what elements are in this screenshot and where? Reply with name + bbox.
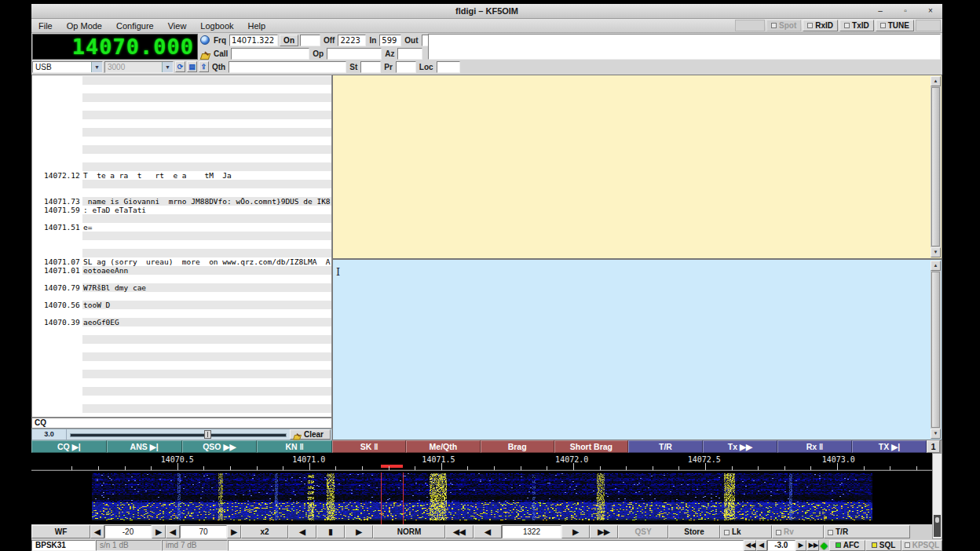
tune-toggle[interactable]: TUNE [876, 20, 914, 31]
rx-scrollbar[interactable]: ▲ ▼ [931, 76, 941, 257]
ampspan-decrease-icon[interactable]: ◀ [90, 525, 104, 538]
browser-row[interactable] [32, 370, 331, 378]
browser-row[interactable] [32, 240, 331, 249]
rx-scrollbar-handle[interactable] [931, 87, 940, 246]
macro-button-qso[interactable]: QSO ▶▶ [182, 440, 258, 453]
browser-row[interactable]: 14072.12T te a ra t rt e a tM Ja [32, 171, 331, 180]
waterfall[interactable]: 14070.514071.014071.514072.014072.514073… [31, 453, 942, 524]
browser-row[interactable]: 14071.51e= [32, 223, 331, 232]
browser-row[interactable] [32, 188, 331, 197]
rx-text-panel[interactable]: ▲ ▼ [332, 75, 942, 259]
scroll-down-icon[interactable]: ▼ [931, 429, 941, 439]
wf-mode-button[interactable]: WF [31, 525, 90, 538]
browser-row[interactable] [32, 128, 331, 137]
browser-row[interactable] [32, 361, 331, 370]
qth-input[interactable] [229, 61, 346, 73]
loc-input[interactable] [437, 61, 460, 73]
call-input[interactable] [231, 48, 309, 60]
browser-row[interactable] [32, 292, 331, 301]
save-qso-icon[interactable]: ⇪ [199, 61, 209, 72]
browser-row[interactable] [32, 76, 331, 85]
waterfall-scrollbar[interactable] [932, 453, 942, 539]
browser-row[interactable] [32, 137, 331, 145]
macro-page-button[interactable]: 1 [927, 440, 940, 453]
browser-row[interactable] [32, 85, 331, 93]
reflevel-decrease-icon[interactable]: ◀ [166, 525, 180, 538]
browser-row[interactable] [32, 275, 331, 283]
tx-scrollbar[interactable]: ▲ ▼ [931, 261, 941, 439]
reverse-toggle[interactable]: Rv [772, 525, 824, 538]
logbook-icon[interactable]: ▤ [187, 61, 197, 72]
browser-row[interactable] [32, 111, 331, 119]
browser-row[interactable] [32, 344, 331, 352]
browser-row[interactable] [32, 309, 331, 318]
browser-row[interactable] [32, 387, 331, 396]
browser-row[interactable] [32, 180, 331, 188]
store-button[interactable]: Store [668, 525, 720, 538]
browser-row[interactable] [32, 378, 331, 387]
menu-item-file[interactable]: File [31, 20, 60, 31]
scroll-up-icon[interactable]: ▲ [931, 261, 941, 271]
sql-toggle[interactable]: SQL [865, 540, 901, 551]
menu-item-help[interactable]: Help [241, 20, 273, 31]
macro-button-t-r[interactable]: T/R [628, 440, 703, 453]
menu-item-configure[interactable]: Configure [109, 20, 161, 31]
browser-row[interactable] [32, 335, 331, 344]
menu-item-op-mode[interactable]: Op Mode [60, 20, 109, 31]
kpsql-toggle[interactable]: KPSQL [901, 540, 942, 551]
time-off-input[interactable] [338, 35, 366, 46]
menu-item-logbook[interactable]: Logbook [193, 20, 240, 31]
carrier-increase-icon[interactable]: ▶ [561, 525, 590, 538]
macro-button-tx[interactable]: Tx ▶▶ [703, 440, 777, 453]
browser-row[interactable] [32, 154, 331, 162]
afc-step-right-icon[interactable]: ▶ [795, 540, 806, 551]
macro-button-sk[interactable]: SK ‖ [332, 440, 406, 453]
clear-fields-button[interactable] [199, 48, 210, 59]
az-input[interactable] [397, 48, 422, 60]
squelch-slider[interactable] [70, 429, 287, 440]
afc-seek-left-icon[interactable]: ◀◀ [744, 540, 756, 551]
qrz-globe-button[interactable] [199, 35, 210, 46]
minimize-button[interactable]: – [873, 5, 887, 16]
seek-right-icon[interactable]: ▶▶ [590, 525, 618, 538]
spot-toggle[interactable]: Spot [766, 20, 801, 31]
maximize-button[interactable]: ▫ [898, 5, 912, 16]
slider-handle[interactable] [204, 430, 211, 439]
browser-search-field[interactable]: CQ [31, 418, 332, 429]
wf-speed-button[interactable]: NORM [373, 525, 445, 538]
macro-button-ans[interactable]: ANS ▶| [107, 440, 182, 453]
browser-row[interactable] [32, 162, 331, 171]
rst-in-input[interactable] [379, 35, 401, 46]
lock-toggle[interactable]: Lk [720, 525, 772, 538]
menu-item-view[interactable]: View [161, 20, 194, 31]
tx-scrollbar-handle[interactable] [931, 272, 940, 428]
browser-row[interactable]: 14071.07SL ag (sorry ureau) more on www.… [32, 257, 331, 266]
carrier-decrease-icon[interactable]: ◀ [474, 525, 502, 538]
frequency-display[interactable]: 14070.000 [32, 34, 198, 60]
browser-row[interactable]: 14071.01eotoaeeAnn [32, 266, 331, 275]
macro-button-tx[interactable]: TX ▶| [852, 440, 927, 453]
browser-row[interactable]: 14071.73 name is Giovanni mrno JM88DVfo:… [32, 197, 331, 206]
afc-step-left-icon[interactable]: ◀ [756, 540, 767, 551]
rxid-toggle[interactable]: RxID [803, 20, 838, 31]
pr-input[interactable] [396, 61, 416, 73]
browser-row[interactable] [32, 232, 331, 240]
sideband-select[interactable]: USB ▼ [32, 61, 103, 73]
reflevel-increase-icon[interactable]: ▶ [227, 525, 241, 538]
txrx-toggle[interactable]: T/R [824, 525, 910, 538]
time-on-input[interactable] [300, 35, 320, 46]
browser-row[interactable] [32, 404, 331, 413]
clear-button[interactable]: Clear [290, 429, 331, 440]
zoom-button[interactable]: x2 [241, 525, 288, 538]
macro-button-kn[interactable]: KN ‖ [257, 440, 332, 453]
browser-row[interactable]: 14070.39aeoGf0EG [32, 318, 331, 327]
signal-browser[interactable]: 14072.12T te a ra t rt e a tM Ja14071.73… [31, 75, 332, 418]
macro-button-short-brag[interactable]: Short Brag [554, 440, 628, 453]
afc-toggle[interactable]: AFC [829, 540, 865, 551]
browser-row[interactable] [32, 102, 331, 111]
macro-button-brag[interactable]: Brag [481, 440, 554, 453]
waterfall-scrollbar-handle[interactable] [934, 515, 941, 537]
browser-row[interactable] [32, 93, 331, 102]
afc-offset-value[interactable]: -3.0 [767, 540, 795, 551]
carrier-value[interactable]: 1322 [502, 525, 561, 538]
